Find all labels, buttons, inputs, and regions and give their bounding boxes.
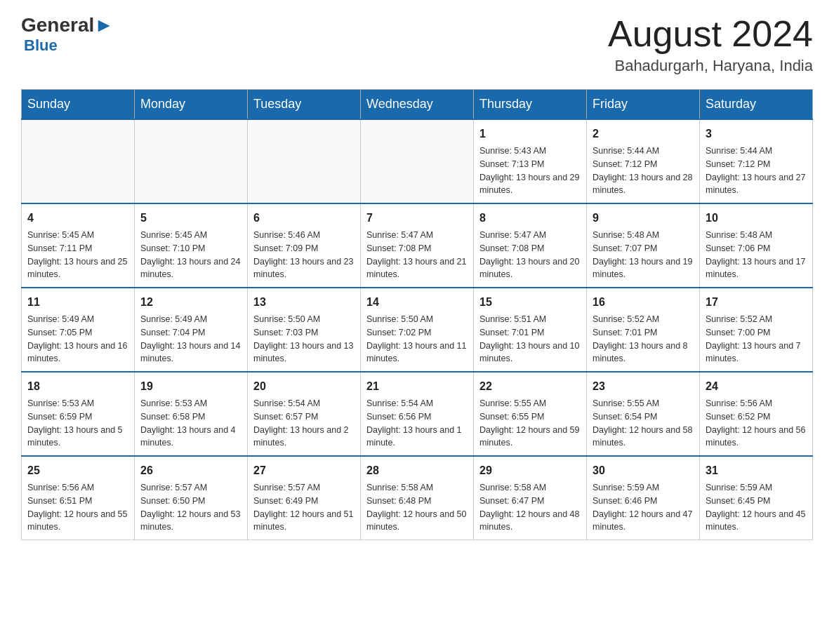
day-info: Sunrise: 5:54 AM Sunset: 6:56 PM Dayligh… <box>366 397 468 450</box>
day-info: Sunrise: 5:52 AM Sunset: 7:01 PM Dayligh… <box>593 313 694 365</box>
month-title: August 2024 <box>608 14 813 54</box>
day-number: 27 <box>253 462 355 479</box>
calendar-cell: 16Sunrise: 5:52 AM Sunset: 7:01 PM Dayli… <box>587 288 700 372</box>
day-info: Sunrise: 5:47 AM Sunset: 7:08 PM Dayligh… <box>366 229 468 281</box>
calendar-header-wednesday: Wednesday <box>361 90 474 120</box>
calendar-cell <box>361 119 474 203</box>
day-number: 18 <box>27 378 128 395</box>
week-row-2: 4Sunrise: 5:45 AM Sunset: 7:11 PM Daylig… <box>22 203 813 288</box>
day-info: Sunrise: 5:58 AM Sunset: 6:48 PM Dayligh… <box>366 481 468 534</box>
day-info: Sunrise: 5:49 AM Sunset: 7:05 PM Dayligh… <box>27 313 128 365</box>
calendar-cell: 15Sunrise: 5:51 AM Sunset: 7:01 PM Dayli… <box>474 288 587 372</box>
day-info: Sunrise: 5:54 AM Sunset: 6:57 PM Dayligh… <box>253 397 355 450</box>
location-title: Bahadurgarh, Haryana, India <box>608 57 813 75</box>
day-info: Sunrise: 5:46 AM Sunset: 7:09 PM Dayligh… <box>253 229 355 281</box>
week-row-1: 1Sunrise: 5:43 AM Sunset: 7:13 PM Daylig… <box>22 119 813 203</box>
day-number: 24 <box>706 378 807 395</box>
logo-general-text: General <box>21 14 94 36</box>
day-number: 6 <box>253 210 355 227</box>
calendar-header-sunday: Sunday <box>22 90 135 120</box>
day-info: Sunrise: 5:44 AM Sunset: 7:12 PM Dayligh… <box>593 145 694 197</box>
calendar-cell: 31Sunrise: 5:59 AM Sunset: 6:45 PM Dayli… <box>700 456 813 540</box>
day-number: 8 <box>479 210 581 227</box>
day-info: Sunrise: 5:53 AM Sunset: 6:59 PM Dayligh… <box>27 397 128 450</box>
day-number: 1 <box>479 126 581 142</box>
day-info: Sunrise: 5:59 AM Sunset: 6:46 PM Dayligh… <box>593 481 694 534</box>
calendar-cell: 28Sunrise: 5:58 AM Sunset: 6:48 PM Dayli… <box>361 456 474 540</box>
calendar-cell: 3Sunrise: 5:44 AM Sunset: 7:12 PM Daylig… <box>700 119 813 203</box>
calendar-header-tuesday: Tuesday <box>248 90 361 120</box>
calendar-cell <box>248 119 361 203</box>
day-info: Sunrise: 5:45 AM Sunset: 7:10 PM Dayligh… <box>140 229 241 281</box>
calendar-cell: 29Sunrise: 5:58 AM Sunset: 6:47 PM Dayli… <box>474 456 587 540</box>
day-number: 21 <box>366 378 468 395</box>
day-number: 17 <box>706 294 807 311</box>
calendar-cell: 4Sunrise: 5:45 AM Sunset: 7:11 PM Daylig… <box>22 203 135 288</box>
calendar-header-thursday: Thursday <box>474 90 587 120</box>
day-number: 26 <box>140 462 241 479</box>
calendar-cell: 26Sunrise: 5:57 AM Sunset: 6:50 PM Dayli… <box>135 456 248 540</box>
day-info: Sunrise: 5:53 AM Sunset: 6:58 PM Dayligh… <box>140 397 241 450</box>
week-row-3: 11Sunrise: 5:49 AM Sunset: 7:05 PM Dayli… <box>22 288 813 372</box>
calendar-header-saturday: Saturday <box>700 90 813 120</box>
calendar-cell: 6Sunrise: 5:46 AM Sunset: 7:09 PM Daylig… <box>248 203 361 288</box>
day-number: 15 <box>479 294 581 311</box>
day-number: 4 <box>27 210 128 227</box>
calendar-cell: 27Sunrise: 5:57 AM Sunset: 6:49 PM Dayli… <box>248 456 361 540</box>
calendar-cell: 9Sunrise: 5:48 AM Sunset: 7:07 PM Daylig… <box>587 203 700 288</box>
logo-arrow-icon: ► <box>94 14 114 36</box>
day-info: Sunrise: 5:48 AM Sunset: 7:07 PM Dayligh… <box>593 229 694 281</box>
day-number: 14 <box>366 294 468 311</box>
calendar-cell: 12Sunrise: 5:49 AM Sunset: 7:04 PM Dayli… <box>135 288 248 372</box>
calendar-cell: 20Sunrise: 5:54 AM Sunset: 6:57 PM Dayli… <box>248 372 361 456</box>
day-number: 13 <box>253 294 355 311</box>
day-info: Sunrise: 5:55 AM Sunset: 6:55 PM Dayligh… <box>479 397 581 450</box>
calendar-cell: 2Sunrise: 5:44 AM Sunset: 7:12 PM Daylig… <box>587 119 700 203</box>
calendar-cell: 8Sunrise: 5:47 AM Sunset: 7:08 PM Daylig… <box>474 203 587 288</box>
day-number: 31 <box>706 462 807 479</box>
day-info: Sunrise: 5:43 AM Sunset: 7:13 PM Dayligh… <box>479 145 581 197</box>
day-number: 5 <box>140 210 241 227</box>
day-info: Sunrise: 5:47 AM Sunset: 7:08 PM Dayligh… <box>479 229 581 281</box>
calendar-cell: 5Sunrise: 5:45 AM Sunset: 7:10 PM Daylig… <box>135 203 248 288</box>
day-number: 11 <box>27 294 128 311</box>
day-number: 23 <box>593 378 694 395</box>
day-number: 30 <box>593 462 694 479</box>
day-info: Sunrise: 5:48 AM Sunset: 7:06 PM Dayligh… <box>706 229 807 281</box>
day-info: Sunrise: 5:52 AM Sunset: 7:00 PM Dayligh… <box>706 313 807 365</box>
day-number: 19 <box>140 378 241 395</box>
day-info: Sunrise: 5:50 AM Sunset: 7:02 PM Dayligh… <box>366 313 468 365</box>
day-number: 22 <box>479 378 581 395</box>
calendar-cell: 22Sunrise: 5:55 AM Sunset: 6:55 PM Dayli… <box>474 372 587 456</box>
calendar-cell: 18Sunrise: 5:53 AM Sunset: 6:59 PM Dayli… <box>22 372 135 456</box>
calendar-header-row: SundayMondayTuesdayWednesdayThursdayFrid… <box>22 90 813 120</box>
calendar-cell: 14Sunrise: 5:50 AM Sunset: 7:02 PM Dayli… <box>361 288 474 372</box>
calendar-cell: 19Sunrise: 5:53 AM Sunset: 6:58 PM Dayli… <box>135 372 248 456</box>
calendar-cell: 10Sunrise: 5:48 AM Sunset: 7:06 PM Dayli… <box>700 203 813 288</box>
calendar-cell: 24Sunrise: 5:56 AM Sunset: 6:52 PM Dayli… <box>700 372 813 456</box>
calendar-cell: 11Sunrise: 5:49 AM Sunset: 7:05 PM Dayli… <box>22 288 135 372</box>
logo-blue-text: Blue <box>24 36 58 55</box>
day-number: 2 <box>593 126 694 142</box>
day-number: 16 <box>593 294 694 311</box>
calendar-cell: 17Sunrise: 5:52 AM Sunset: 7:00 PM Dayli… <box>700 288 813 372</box>
week-row-5: 25Sunrise: 5:56 AM Sunset: 6:51 PM Dayli… <box>22 456 813 540</box>
calendar-cell: 30Sunrise: 5:59 AM Sunset: 6:46 PM Dayli… <box>587 456 700 540</box>
calendar-cell: 13Sunrise: 5:50 AM Sunset: 7:03 PM Dayli… <box>248 288 361 372</box>
calendar-cell: 7Sunrise: 5:47 AM Sunset: 7:08 PM Daylig… <box>361 203 474 288</box>
day-number: 29 <box>479 462 581 479</box>
day-info: Sunrise: 5:45 AM Sunset: 7:11 PM Dayligh… <box>27 229 128 281</box>
calendar-header-friday: Friday <box>587 90 700 120</box>
calendar-title-block: August 2024 Bahadurgarh, Haryana, India <box>608 14 813 75</box>
calendar-table: SundayMondayTuesdayWednesdayThursdayFrid… <box>21 89 813 540</box>
day-info: Sunrise: 5:57 AM Sunset: 6:49 PM Dayligh… <box>253 481 355 534</box>
day-number: 9 <box>593 210 694 227</box>
day-number: 10 <box>706 210 807 227</box>
day-number: 25 <box>27 462 128 479</box>
logo: General ► Blue <box>21 14 114 55</box>
day-number: 3 <box>706 126 807 142</box>
calendar-header-monday: Monday <box>135 90 248 120</box>
page-header: General ► Blue August 2024 Bahadurgarh, … <box>21 14 813 75</box>
day-info: Sunrise: 5:49 AM Sunset: 7:04 PM Dayligh… <box>140 313 241 365</box>
day-number: 7 <box>366 210 468 227</box>
